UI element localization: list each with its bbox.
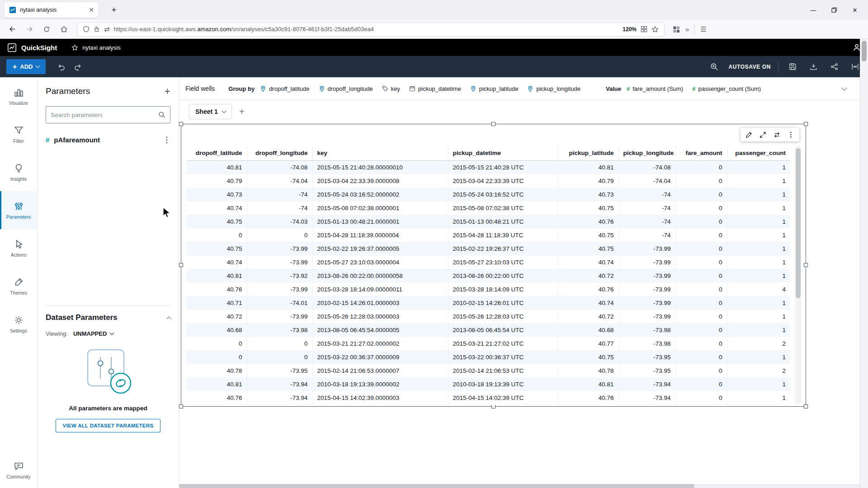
rail-item-insights[interactable]: Insights	[0, 153, 37, 191]
add-button[interactable]: + ADD	[6, 59, 46, 74]
home-icon[interactable]	[56, 22, 71, 37]
table-row[interactable]: 002015-03-22 00:36:37.00000092015-03-22 …	[187, 350, 790, 364]
favorite-star-icon[interactable]	[71, 44, 78, 51]
shield-icon[interactable]	[83, 26, 90, 33]
zoom-tool-icon[interactable]	[708, 60, 721, 74]
view-all-dataset-parameters-button[interactable]: VIEW ALL DATASET PARAMETERS	[56, 419, 160, 432]
add-sheet-icon[interactable]: +	[239, 106, 245, 117]
parameter-list-item[interactable]: # pAfareamount ⋮	[38, 135, 179, 145]
swap-arrows-icon[interactable]	[774, 131, 780, 138]
table-row[interactable]: 40.68-73.982013-08-05 06:45:54.000000520…	[187, 323, 790, 337]
resize-handle[interactable]	[491, 122, 495, 126]
visual-menu-kebab-icon[interactable]: ⋮	[788, 131, 794, 139]
resize-handle[interactable]	[179, 404, 183, 408]
table-row[interactable]: 40.75-73.992015-02-22 19:26:37.000000520…	[187, 242, 790, 255]
table-row[interactable]: 40.81-73.922013-08-26 00:22:00.000000582…	[187, 269, 790, 282]
browser-tab[interactable]: nytaxi analysis ✕	[5, 2, 99, 18]
rail-item-settings[interactable]: Settings	[0, 305, 37, 343]
table-row[interactable]: 40.79-74.042015-03-04 22:33:39.000000820…	[187, 174, 790, 188]
rail-item-community[interactable]: Community	[0, 455, 37, 484]
menu-hamburger-icon[interactable]: ☰	[700, 25, 706, 33]
quicksight-brand[interactable]: QuickSight	[7, 43, 57, 52]
table-row[interactable]: 40.72-73.992015-05-26 12:28:03.000000320…	[187, 310, 790, 323]
overflow-chevrons-icon[interactable]: »	[685, 25, 689, 33]
table-row[interactable]: 40.74-742015-05-08 07:02:38.00000012015-…	[187, 201, 790, 215]
edit-pencil-icon[interactable]	[745, 131, 752, 138]
add-parameter-icon[interactable]: +	[165, 87, 170, 96]
table-row[interactable]: 40.81-74.082015-05-15 21:40:28.000000102…	[187, 160, 790, 174]
field-pill-pickup_longitude[interactable]: pickup_longitude	[527, 85, 580, 92]
parameter-menu-icon[interactable]: ⋮	[163, 135, 170, 145]
resize-handle[interactable]	[179, 263, 183, 267]
resize-handle[interactable]	[804, 263, 808, 267]
zoom-level-badge[interactable]: 120%	[623, 26, 637, 33]
field-pill-pickup_latitude[interactable]: pickup_latitude	[470, 85, 519, 92]
column-header-pickup_latitude[interactable]: pickup_latitude	[557, 146, 618, 160]
redo-icon[interactable]	[71, 60, 85, 74]
field-pill-dropoff_latitude[interactable]: dropoff_latitude	[260, 85, 309, 92]
canvas-horizontal-scrollbar[interactable]	[179, 484, 860, 488]
rail-item-parameters[interactable]: Parameters	[0, 191, 37, 229]
table-row[interactable]: 002015-04-28 11:18:39.00000042015-04-28 …	[187, 228, 790, 242]
permissions-icon[interactable]: ⇄	[104, 25, 110, 33]
resize-handle[interactable]	[179, 122, 183, 126]
table-row[interactable]: 40.76-73.942015-04-15 14:02:39.000000320…	[187, 391, 790, 404]
column-header-dropoff_longitude[interactable]: dropoff_longitude	[247, 146, 312, 160]
table-row[interactable]: 002015-03-21 21:27:02.00000022015-03-21 …	[187, 337, 790, 350]
table-scrollbar-thumb[interactable]	[796, 148, 801, 298]
window-close-icon[interactable]: ✕	[844, 2, 865, 18]
canvas[interactable]: ⋮ dropoff_latitudedropoff_longitudekeypi…	[179, 123, 860, 484]
window-restore-icon[interactable]	[824, 2, 844, 18]
containers-icon[interactable]	[641, 26, 647, 33]
reload-icon[interactable]	[39, 22, 54, 37]
table-row[interactable]: 40.76-73.992015-03-28 18:14:09.000000112…	[187, 282, 790, 296]
table-row[interactable]: 40.75-74.032015-01-13 00:48:21.000000120…	[187, 215, 790, 228]
back-icon[interactable]	[5, 22, 20, 37]
table-row[interactable]: 40.81-73.942010-03-18 19:13:39.000000220…	[187, 377, 790, 391]
tab-close-icon[interactable]: ✕	[89, 6, 94, 14]
column-header-pickup_longitude[interactable]: pickup_longitude	[618, 146, 675, 160]
canvas-horizontal-scrollbar-thumb[interactable]	[179, 484, 694, 488]
undo-icon[interactable]	[55, 60, 68, 74]
field-pill-fare_amount-Sum-[interactable]: #fare_amount (Sum)	[627, 84, 683, 93]
table-row[interactable]: 40.78-73.952015-02-14 21:06:53.000000720…	[187, 364, 790, 377]
table-row[interactable]: 40.74-73.992015-05-27 23:10:03.000000420…	[187, 255, 790, 269]
resize-handle[interactable]	[804, 122, 808, 126]
field-pill-pickup_datetime[interactable]: pickup_datetime	[409, 85, 461, 92]
bookmark-star-icon[interactable]	[651, 26, 659, 33]
column-header-fare_amount[interactable]: fare_amount	[675, 146, 727, 160]
resize-handle[interactable]	[804, 404, 808, 408]
field-wells-bar[interactable]: Field wells Group by dropoff_latitudedro…	[179, 77, 860, 100]
save-icon[interactable]	[786, 60, 799, 74]
table-visual[interactable]: ⋮ dropoff_latitudedropoff_longitudekeypi…	[181, 124, 806, 407]
viewing-dropdown[interactable]: UNMAPPED	[73, 330, 113, 337]
page-scrollbar[interactable]	[860, 39, 868, 488]
table-row[interactable]: 40.73-742015-05-24 03:16:52.00000022015-…	[187, 188, 790, 201]
window-minimize-icon[interactable]: —	[803, 2, 824, 18]
table-scrollbar[interactable]	[795, 146, 801, 404]
page-scrollbar-thumb[interactable]	[862, 41, 867, 61]
autosave-toggle[interactable]: AUTOSAVE ON	[728, 64, 771, 70]
field-wells-collapse-icon[interactable]	[841, 85, 847, 91]
field-pill-passenger_count-Sum-[interactable]: #passenger_count (Sum)	[692, 84, 761, 93]
lock-icon[interactable]	[94, 26, 100, 33]
extensions-icon[interactable]	[673, 26, 680, 33]
maximize-icon[interactable]	[760, 131, 766, 138]
resize-handle[interactable]	[491, 404, 495, 408]
field-pill-key[interactable]: key	[382, 85, 400, 92]
column-header-key[interactable]: key	[312, 146, 448, 160]
sheet-tab[interactable]: Sheet 1	[189, 104, 232, 119]
rail-item-visualize[interactable]: Visualize	[0, 77, 37, 115]
share-icon[interactable]	[827, 60, 841, 74]
export-icon[interactable]	[807, 60, 820, 74]
column-header-dropoff_latitude[interactable]: dropoff_latitude	[187, 146, 247, 160]
rail-item-actions[interactable]: Actions	[0, 229, 37, 267]
chevron-up-icon[interactable]	[167, 316, 171, 321]
new-tab-button[interactable]: +	[108, 4, 120, 16]
url-bar[interactable]: ⇄ https://us-east-1.quicksight.aws.amazo…	[77, 22, 665, 37]
column-header-passenger_count[interactable]: passenger_count	[727, 146, 790, 160]
field-pill-dropoff_longitude[interactable]: dropoff_longitude	[319, 85, 373, 92]
column-header-pickup_datetime[interactable]: pickup_datetime	[448, 146, 557, 160]
rail-item-filter[interactable]: Filter	[0, 115, 37, 153]
rail-item-themes[interactable]: Themes	[0, 267, 37, 305]
